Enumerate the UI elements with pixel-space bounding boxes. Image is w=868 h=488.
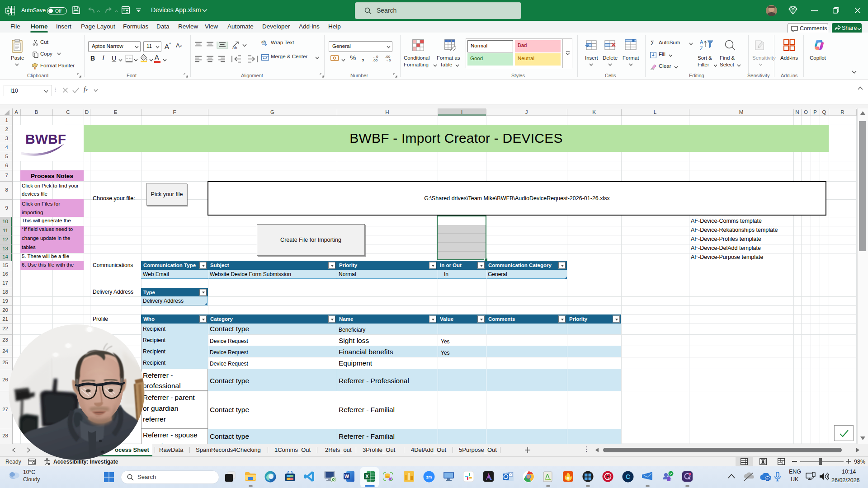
svg-text:A: A [700,39,703,45]
svg-text:W: W [344,474,349,479]
svg-text:zm: zm [426,475,432,479]
svg-text:X: X [365,474,369,479]
svg-text:→0: →0 [385,58,391,62]
svg-text:x: x [7,9,9,13]
svg-text:Z: Z [700,46,703,51]
svg-text:BWBF: BWBF [25,131,66,146]
svg-text:C: C [626,473,630,480]
svg-text:ab: ab [232,45,237,50]
svg-text:ab: ab [261,40,266,44]
svg-text:.00: .00 [373,58,378,62]
